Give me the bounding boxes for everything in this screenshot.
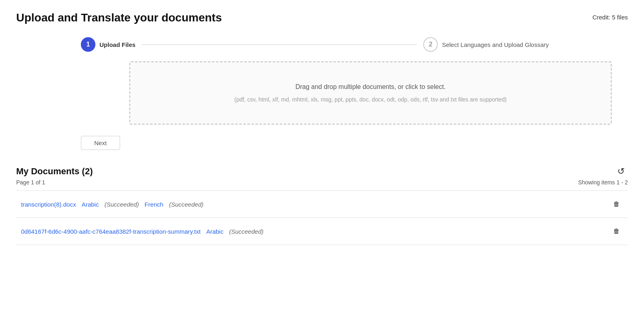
dropzone-sub-text: (pdf, csv, html, xlf, md, mhtml, xls, ms… bbox=[146, 96, 595, 103]
step-1-label: Upload Files bbox=[99, 41, 135, 48]
pagination-label: Page 1 of 1 bbox=[16, 179, 45, 186]
pagination-row: Page 1 of 1 Showing items 1 - 2 bbox=[16, 179, 628, 186]
showing-label: Showing items 1 - 2 bbox=[578, 179, 628, 186]
documents-title: My Documents (2) bbox=[16, 166, 93, 177]
credit-label: Credit: 5 files bbox=[592, 11, 628, 21]
table-row: transcription(8).docx Arabic(Succeeded) … bbox=[16, 191, 628, 218]
doc-status-2-arabic: (Succeeded) bbox=[229, 228, 264, 235]
next-button[interactable]: Next bbox=[81, 136, 120, 150]
dropzone-wrapper: Drag and drop multiple documents, or cli… bbox=[16, 61, 628, 125]
delete-icon-1[interactable]: 🗑 bbox=[610, 199, 623, 209]
step-1-circle: 1 bbox=[81, 37, 95, 52]
documents-section: My Documents (2) ↺ Page 1 of 1 Showing i… bbox=[16, 166, 628, 245]
doc-info-2: 0d64167f-6d6c-4900-aafc-c764eaa8382f-tra… bbox=[21, 228, 264, 235]
step-2: 2 Select Languages and Upload Glossary bbox=[423, 37, 549, 52]
doc-status-1-arabic: (Succeeded) bbox=[104, 201, 139, 208]
doc-info-1: transcription(8).docx Arabic(Succeeded) … bbox=[21, 201, 203, 208]
doc-filename-2[interactable]: 0d64167f-6d6c-4900-aafc-c764eaa8382f-tra… bbox=[21, 228, 201, 235]
next-button-wrapper: Next bbox=[16, 136, 628, 150]
doc-lang-2-arabic[interactable]: Arabic bbox=[206, 228, 224, 235]
stepper: 1 Upload Files 2 Select Languages and Up… bbox=[16, 37, 628, 52]
refresh-icon[interactable]: ↺ bbox=[617, 166, 628, 177]
page-title: Upload and Translate your documents bbox=[16, 11, 222, 24]
dropzone-main-text: Drag and drop multiple documents, or cli… bbox=[146, 83, 595, 91]
dropzone[interactable]: Drag and drop multiple documents, or cli… bbox=[129, 61, 612, 125]
header-row: Upload and Translate your documents Cred… bbox=[16, 11, 628, 24]
doc-list: transcription(8).docx Arabic(Succeeded) … bbox=[16, 190, 628, 245]
delete-icon-2[interactable]: 🗑 bbox=[610, 226, 623, 237]
doc-lang-1-french[interactable]: French bbox=[144, 201, 163, 208]
doc-lang-1-arabic[interactable]: Arabic bbox=[82, 201, 99, 208]
step-connector bbox=[142, 44, 417, 45]
doc-status-1-french: (Succeeded) bbox=[169, 201, 203, 208]
step-2-label: Select Languages and Upload Glossary bbox=[442, 41, 549, 48]
documents-header-row: My Documents (2) ↺ bbox=[16, 166, 628, 177]
step-1: 1 Upload Files bbox=[81, 37, 135, 52]
step-2-circle: 2 bbox=[423, 37, 438, 52]
doc-filename-1[interactable]: transcription(8).docx bbox=[21, 201, 76, 208]
table-row: 0d64167f-6d6c-4900-aafc-c764eaa8382f-tra… bbox=[16, 218, 628, 245]
